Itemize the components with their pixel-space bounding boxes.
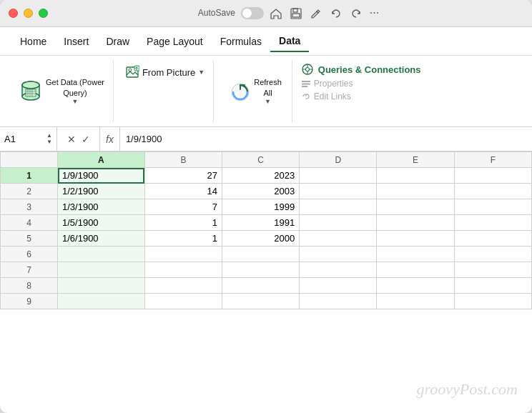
cell-f8[interactable]	[454, 278, 531, 294]
cell-c3[interactable]: 1999	[222, 199, 300, 215]
home-icon[interactable]	[270, 6, 282, 20]
formula-input[interactable]: 1/9/1900	[120, 134, 532, 144]
cell-d4[interactable]	[300, 215, 377, 231]
cell-c8[interactable]	[222, 278, 300, 294]
cell-reference-box[interactable]: A1 ▲ ▼	[0, 127, 57, 151]
cell-e5[interactable]	[377, 231, 454, 247]
autosave-toggle[interactable]	[241, 7, 264, 19]
cell-d8[interactable]	[300, 278, 377, 294]
table-row: 5 1/6/1900 1 2000	[1, 231, 532, 247]
svg-rect-1	[293, 9, 297, 12]
col-header-b[interactable]: B	[144, 152, 222, 168]
get-data-dropdown-arrow[interactable]: ▼	[72, 98, 79, 105]
cell-c5[interactable]: 2000	[222, 231, 300, 247]
cell-b2[interactable]: 14	[144, 184, 222, 199]
cell-c2[interactable]: 2003	[222, 184, 300, 199]
save-icon[interactable]	[290, 6, 302, 20]
cell-b7[interactable]	[144, 262, 222, 278]
cell-b8[interactable]	[144, 278, 222, 294]
cell-e8[interactable]	[377, 278, 454, 294]
refresh-all-dropdown-arrow[interactable]: ▼	[265, 98, 271, 105]
cell-e1[interactable]	[377, 168, 454, 184]
cell-a9[interactable]	[58, 294, 145, 309]
cell-a3[interactable]: 1/3/1900	[58, 199, 145, 215]
cell-c7[interactable]	[222, 262, 300, 278]
cell-c1[interactable]: 2023	[222, 168, 300, 184]
cell-a1[interactable]: 1/9/1900	[58, 168, 145, 184]
col-header-a[interactable]: A	[58, 152, 145, 168]
cell-e9[interactable]	[377, 294, 454, 309]
formula-cancel-icon[interactable]: ✕	[67, 134, 76, 145]
cell-a6[interactable]	[58, 247, 145, 262]
cell-e2[interactable]	[377, 184, 454, 199]
cell-d6[interactable]	[300, 247, 377, 262]
cell-b3[interactable]: 7	[144, 199, 222, 215]
col-header-f[interactable]: F	[454, 152, 531, 168]
menu-formulas[interactable]: Formulas	[212, 31, 270, 51]
cell-ref-arrows: ▲ ▼	[46, 133, 52, 145]
close-button[interactable]	[9, 9, 18, 18]
table-row: 6	[1, 247, 532, 262]
minimize-button[interactable]	[24, 9, 33, 18]
cell-c4[interactable]: 1991	[222, 215, 300, 231]
cell-b9[interactable]	[144, 294, 222, 309]
cell-b4[interactable]: 1	[144, 215, 222, 231]
cell-f7[interactable]	[454, 262, 531, 278]
cell-e6[interactable]	[377, 247, 454, 262]
cell-a4[interactable]: 1/5/1900	[58, 215, 145, 231]
cell-d2[interactable]	[300, 184, 377, 199]
cell-a2[interactable]: 1/2/1900	[58, 184, 145, 199]
properties-label: Properties	[314, 79, 353, 89]
col-header-c[interactable]: C	[222, 152, 300, 168]
menu-insert[interactable]: Insert	[55, 31, 97, 51]
cell-e7[interactable]	[377, 262, 454, 278]
cell-b1[interactable]: 27	[144, 168, 222, 184]
from-picture-button[interactable]: From Picture ▼	[122, 63, 207, 81]
more-icon[interactable]: ···	[370, 6, 379, 19]
cell-f2[interactable]	[454, 184, 531, 199]
col-header-e[interactable]: E	[377, 152, 454, 168]
cell-ref-down-arrow[interactable]: ▼	[46, 139, 52, 145]
cell-f5[interactable]	[454, 231, 531, 247]
get-data-button[interactable]: Get Data (PowerQuery) ▼	[17, 77, 104, 105]
cell-f6[interactable]	[454, 247, 531, 262]
cell-c6[interactable]	[222, 247, 300, 262]
cell-d7[interactable]	[300, 262, 377, 278]
ribbon-queries-section: Queries & Connections Properties Edit Li…	[295, 60, 523, 122]
menu-page-layout[interactable]: Page Layout	[138, 31, 212, 51]
cell-f9[interactable]	[454, 294, 531, 309]
edit-links-label: Edit Links	[314, 91, 351, 101]
cell-ref-up-arrow[interactable]: ▲	[46, 133, 52, 139]
cell-a8[interactable]	[58, 278, 145, 294]
cell-f4[interactable]	[454, 215, 531, 231]
menu-draw[interactable]: Draw	[97, 31, 138, 51]
undo-icon[interactable]	[330, 6, 343, 20]
cell-d9[interactable]	[300, 294, 377, 309]
menu-home[interactable]: Home	[11, 31, 55, 51]
cell-c9[interactable]	[222, 294, 300, 309]
cell-f1[interactable]	[454, 168, 531, 184]
menu-data[interactable]: Data	[270, 31, 309, 52]
cell-a7[interactable]	[58, 262, 145, 278]
row-num-6: 6	[1, 247, 58, 262]
svg-rect-28	[302, 86, 307, 87]
cell-e3[interactable]	[377, 199, 454, 215]
maximize-button[interactable]	[39, 9, 48, 18]
cell-d3[interactable]	[300, 199, 377, 215]
redo-icon[interactable]	[350, 6, 363, 20]
cell-b5[interactable]: 1	[144, 231, 222, 247]
refresh-all-button[interactable]: RefreshAll ▼	[224, 75, 285, 107]
cell-d1[interactable]	[300, 168, 377, 184]
formula-confirm-icon[interactable]: ✓	[82, 134, 90, 145]
col-header-d[interactable]: D	[300, 152, 377, 168]
cell-f3[interactable]	[454, 199, 531, 215]
cell-b6[interactable]	[144, 247, 222, 262]
queries-connections-button[interactable]: Queries & Connections	[301, 63, 518, 76]
row-num-8: 8	[1, 278, 58, 294]
cell-a5[interactable]: 1/6/1900	[58, 231, 145, 247]
cell-d5[interactable]	[300, 231, 377, 247]
cell-e4[interactable]	[377, 215, 454, 231]
edit-links-icon	[301, 91, 311, 101]
column-header-row: A B C D E F	[1, 152, 532, 168]
edit-icon[interactable]	[310, 6, 322, 20]
